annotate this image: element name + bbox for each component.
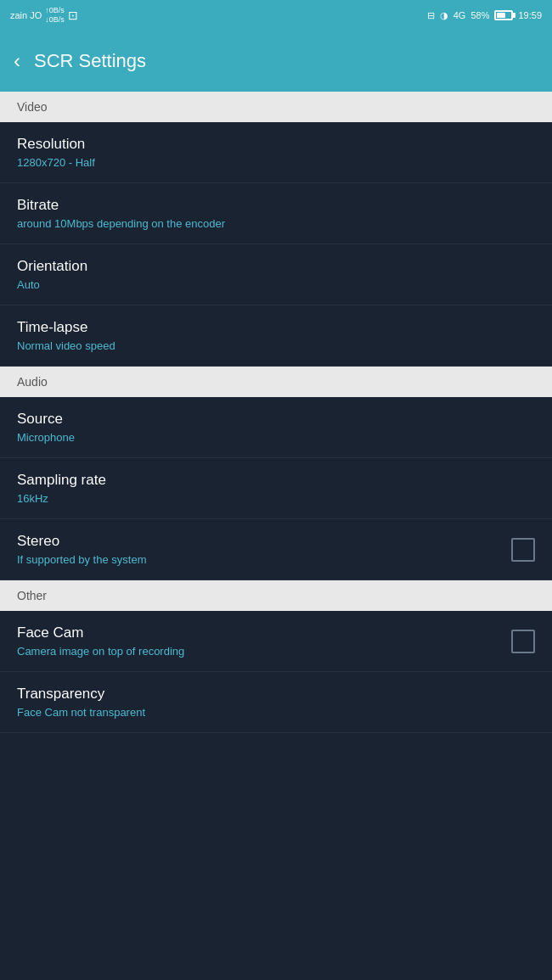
setting-samplingrate-subtitle: 16kHz [17, 492, 535, 505]
setting-source-title: Source [17, 411, 535, 428]
setting-transparency-subtitle: Face Cam not transparent [17, 706, 535, 719]
setting-resolution-text: Resolution 1280x720 - Half [17, 136, 535, 169]
setting-orientation-subtitle: Auto [17, 278, 535, 291]
section-audio-header: Audio [0, 367, 552, 397]
back-button[interactable]: ‹ [14, 49, 20, 73]
setting-stereo[interactable]: Stereo If supported by the system [0, 519, 552, 580]
setting-resolution-subtitle: 1280x720 - Half [17, 156, 535, 169]
setting-samplingrate-text: Sampling rate 16kHz [17, 472, 535, 505]
setting-bitrate[interactable]: Bitrate around 10Mbps depending on the e… [0, 183, 552, 244]
setting-source-text: Source Microphone [17, 411, 535, 444]
setting-transparency[interactable]: Transparency Face Cam not transparent [0, 672, 552, 733]
setting-source[interactable]: Source Microphone [0, 397, 552, 458]
setting-stereo-title: Stereo [17, 533, 511, 550]
battery-percent: 58% [470, 10, 489, 20]
setting-transparency-title: Transparency [17, 686, 535, 703]
battery-icon [494, 10, 513, 20]
stereo-checkbox[interactable] [511, 538, 535, 562]
setting-facecam-subtitle: Camera image on top of recording [17, 645, 511, 658]
status-right: ⊟ ◑ 4G 58% 19:59 [427, 10, 542, 21]
setting-timelapse-text: Time-lapse Normal video speed [17, 319, 535, 352]
setting-transparency-text: Transparency Face Cam not transparent [17, 686, 535, 719]
page-title: SCR Settings [34, 50, 146, 72]
screen-record-icon: ⊡ [68, 8, 78, 22]
setting-bitrate-text: Bitrate around 10Mbps depending on the e… [17, 197, 535, 230]
setting-stereo-text: Stereo If supported by the system [17, 533, 511, 566]
setting-samplingrate[interactable]: Sampling rate 16kHz [0, 458, 552, 519]
app-bar: ‹ SCR Settings [0, 31, 552, 92]
setting-facecam-text: Face Cam Camera image on top of recordin… [17, 624, 511, 658]
network-type: 4G [453, 10, 466, 20]
setting-facecam[interactable]: Face Cam Camera image on top of recordin… [0, 611, 552, 672]
setting-timelapse[interactable]: Time-lapse Normal video speed [0, 305, 552, 367]
setting-samplingrate-title: Sampling rate [17, 472, 535, 489]
setting-orientation-text: Orientation Auto [17, 258, 535, 291]
facecam-checkbox[interactable] [511, 630, 535, 653]
section-video-header: Video [0, 92, 552, 122]
section-other-header: Other [0, 580, 552, 611]
network-speed: ↑0B/s ↓0B/s [45, 6, 65, 25]
time-label: 19:59 [518, 10, 542, 20]
setting-bitrate-subtitle: around 10Mbps depending on the encoder [17, 217, 535, 230]
setting-resolution[interactable]: Resolution 1280x720 - Half [0, 122, 552, 183]
setting-timelapse-subtitle: Normal video speed [17, 339, 535, 352]
setting-facecam-title: Face Cam [17, 624, 511, 641]
setting-bitrate-title: Bitrate [17, 197, 535, 214]
setting-source-subtitle: Microphone [17, 431, 535, 444]
setting-timelapse-title: Time-lapse [17, 319, 535, 336]
setting-orientation-title: Orientation [17, 258, 535, 275]
cast-icon: ⊟ [427, 10, 435, 21]
brightness-icon: ◑ [440, 10, 448, 21]
carrier-label: zain JO [10, 10, 42, 20]
status-left: zain JO ↑0B/s ↓0B/s ⊡ [10, 6, 78, 25]
setting-stereo-subtitle: If supported by the system [17, 553, 511, 566]
status-bar: zain JO ↑0B/s ↓0B/s ⊡ ⊟ ◑ 4G 58% 19:59 [0, 0, 552, 31]
setting-orientation[interactable]: Orientation Auto [0, 244, 552, 305]
setting-resolution-title: Resolution [17, 136, 535, 153]
